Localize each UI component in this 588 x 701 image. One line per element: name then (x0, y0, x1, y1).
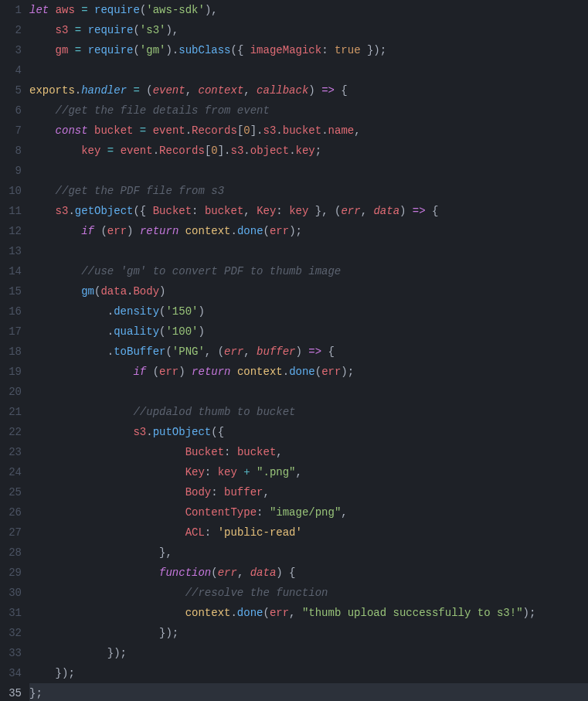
token-pun (88, 124, 94, 137)
code-line[interactable]: let aws = require('aws-sdk'), (29, 0, 588, 20)
token-prop: Records (159, 145, 205, 157)
token-pun: ; (315, 145, 321, 157)
token-pun: ) (159, 285, 165, 298)
token-pun: . (321, 124, 328, 137)
line-number: 15 (0, 281, 22, 301)
code-line[interactable]: }); (29, 643, 588, 663)
token-pun: : (257, 506, 270, 519)
line-number: 17 (0, 322, 22, 342)
code-editor[interactable]: 1234567891011121314151617181920212223242… (0, 0, 588, 701)
token-pun: ), (165, 24, 178, 36)
token-varI: data (250, 567, 277, 579)
code-line[interactable]: if (err) return context.done(err); (29, 221, 588, 241)
token-varI: context (198, 84, 243, 97)
code-line[interactable]: ACL: 'public-read' (29, 522, 588, 543)
code-line[interactable]: function(err, data) { (29, 563, 588, 583)
token-kw: => (321, 84, 335, 97)
token-prop: Body (185, 486, 212, 499)
code-line[interactable]: context.done(err, "thumb upload successf… (29, 603, 588, 623)
token-pun (114, 145, 120, 157)
token-pun (88, 4, 94, 16)
token-prop: imageMagick (250, 44, 321, 56)
code-line[interactable]: key = event.Records[0].s3.object.key; (29, 141, 588, 161)
code-line[interactable]: }); (29, 663, 588, 683)
token-pun: , (276, 446, 282, 458)
code-line[interactable]: .toBuffer('PNG', (err, buffer) => { (29, 342, 588, 362)
token-cmt: //use 'gm' to convert PDF to thumb image (81, 265, 341, 277)
code-line[interactable]: ContentType: "image/png", (29, 502, 588, 522)
code-line[interactable] (29, 241, 588, 261)
code-line[interactable]: .density('150') (29, 301, 588, 322)
token-pun: }); (29, 667, 75, 679)
token-kw: if (81, 225, 94, 237)
line-number: 2 (0, 20, 22, 40)
token-var: key (81, 145, 100, 157)
token-op: = (75, 44, 81, 56)
token-str: 'aws-sdk' (146, 4, 205, 16)
token-pun: : (276, 205, 289, 217)
code-line[interactable]: exports.handler = (event, context, callb… (29, 80, 588, 100)
token-kw: => (413, 205, 426, 217)
token-var: gm (56, 44, 69, 56)
token-obj: context (185, 225, 231, 237)
token-pun (29, 426, 133, 438)
code-line[interactable] (29, 382, 588, 402)
token-pun: ) (296, 345, 309, 358)
token-str: 'PNG' (172, 345, 205, 358)
code-line[interactable]: if (err) return context.done(err); (29, 362, 588, 382)
token-pun: ( (94, 225, 107, 237)
code-line[interactable]: const bucket = event.Records[0].s3.bucke… (29, 121, 588, 141)
token-fn: quality (114, 325, 159, 338)
code-area[interactable]: let aws = require('aws-sdk'), s3 = requi… (29, 0, 588, 701)
token-prop: key (296, 145, 315, 157)
code-line[interactable]: //get the file details from event (29, 100, 588, 121)
code-line[interactable]: //updalod thumb to bucket (29, 402, 588, 422)
token-prop: ACL (185, 526, 205, 539)
code-line[interactable]: s3.putObject({ (29, 422, 588, 442)
code-line[interactable]: Bucket: bucket, (29, 442, 588, 462)
token-pun: : (192, 205, 205, 217)
code-line[interactable]: Key: key + ".png", (29, 462, 588, 482)
line-number: 21 (0, 402, 22, 422)
code-line[interactable]: gm(data.Body) (29, 281, 588, 301)
code-line[interactable]: //use 'gm' to convert PDF to thumb image (29, 261, 588, 281)
code-line[interactable]: }; (29, 683, 588, 701)
token-varI: event (153, 84, 185, 97)
token-pun: : (224, 446, 237, 458)
token-pun: ) (178, 366, 192, 378)
token-pun: . (283, 366, 289, 378)
code-line[interactable]: }, (29, 543, 588, 563)
code-line[interactable]: //resolve the function (29, 583, 588, 603)
token-pun (68, 24, 74, 36)
code-line[interactable]: }); (29, 623, 588, 643)
code-line[interactable] (29, 60, 588, 80)
token-prop: Key (185, 466, 205, 478)
token-pun: ) (198, 325, 204, 338)
token-fnI: handler (81, 84, 127, 97)
token-pun (29, 406, 133, 418)
code-line[interactable]: s3.getObject({ Bucket: bucket, Key: key … (29, 201, 588, 221)
token-pun: , (354, 124, 360, 137)
token-op: = (107, 145, 114, 157)
line-number: 28 (0, 543, 22, 563)
token-pun (29, 526, 185, 539)
code-line[interactable]: s3 = require('s3'), (29, 20, 588, 40)
code-line[interactable]: gm = require('gm').subClass({ imageMagic… (29, 40, 588, 60)
code-line[interactable]: //get the PDF file from s3 (29, 181, 588, 201)
token-pun: }, (29, 546, 172, 559)
token-pun: . (185, 124, 192, 137)
token-pun: : (205, 526, 218, 539)
token-num: 0 (243, 124, 250, 137)
code-line[interactable] (29, 161, 588, 181)
token-prop: s3 (231, 145, 244, 157)
token-pun: . (231, 225, 237, 237)
token-pun: ( (133, 24, 139, 36)
token-kw: if (133, 366, 146, 378)
line-number: 14 (0, 261, 22, 281)
token-fn: require (94, 4, 140, 16)
line-number: 12 (0, 221, 22, 241)
code-line[interactable]: Body: buffer, (29, 482, 588, 502)
token-op: = (133, 84, 139, 97)
code-line[interactable]: .quality('100') (29, 322, 588, 342)
token-pun: : (321, 44, 335, 56)
